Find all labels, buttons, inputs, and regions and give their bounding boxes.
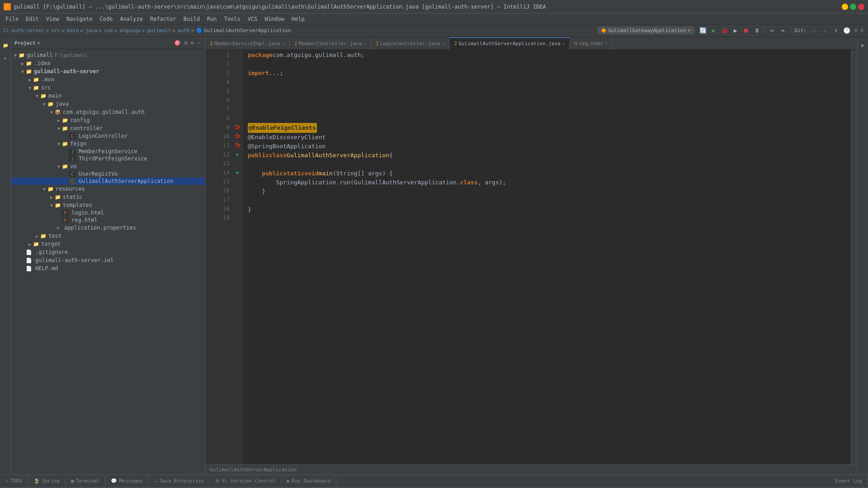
tree-item-loginhtml[interactable]: H login.html <box>11 209 205 216</box>
menu-item-navigate[interactable]: Navigate <box>63 15 96 23</box>
menu-item-help[interactable]: Help <box>288 15 308 23</box>
run-icon[interactable]: ▶ <box>236 150 239 159</box>
java-enterprise-tab[interactable]: ☕ Java Enterprise <box>149 476 210 486</box>
tree-item-package[interactable]: ▼ 📦 com.atguigu.gulimall.auth <box>11 108 205 116</box>
run-with-coverage[interactable]: ▶ <box>731 26 741 36</box>
tree-item-userregistvo[interactable]: C UserRegistVo <box>11 170 205 178</box>
tab-gulimallauthserverapplication[interactable]: J GulimallAuthServerApplication.java × <box>449 38 570 49</box>
tab-close-button[interactable]: × <box>442 41 444 46</box>
project-icon[interactable]: 📁 <box>1 41 10 50</box>
tree-item-gitignore[interactable]: 📄 .gitignore <box>11 248 205 256</box>
git-history[interactable]: 🕐 <box>842 26 852 36</box>
code-editor[interactable]: package com.atguigu.gulimall.auth; impor… <box>243 50 851 465</box>
git-push[interactable]: ⬆ <box>831 26 841 36</box>
tab-close-button[interactable]: × <box>562 41 565 46</box>
breadcrumb-item[interactable]: ll-auth-server <box>3 28 45 33</box>
breadcrumb-item[interactable]: com <box>104 28 113 33</box>
tree-item-gulimallauthserverapplication[interactable]: C GulimallAuthServerApplication <box>11 178 205 185</box>
undo-button[interactable]: ↩ <box>767 26 777 36</box>
menu-item-run[interactable]: Run <box>203 15 221 23</box>
menu-item-build[interactable]: Build <box>180 15 203 23</box>
git-commit[interactable]: ✓ <box>820 26 830 36</box>
tree-item-mvn[interactable]: ▶ 📁 .mvn <box>11 75 205 84</box>
expand-button[interactable]: ⊕ <box>190 39 195 47</box>
menu-item-analyze[interactable]: Analyze <box>116 15 146 23</box>
tree-item-config[interactable]: ▶ 📁 config <box>11 116 205 124</box>
sidebar-dropdown[interactable]: ▼ <box>37 41 40 46</box>
tab-logincontroller[interactable]: J LoginController.java × <box>371 38 450 49</box>
close-button[interactable] <box>858 4 864 10</box>
tree-item-label: gulimall <box>27 52 53 58</box>
tab-membercontroller[interactable]: J MemberController.java × <box>290 38 371 49</box>
tree-item-helpmd[interactable]: 📄 HELP.md <box>11 264 205 272</box>
run-button[interactable]: ▶ <box>709 26 719 36</box>
tree-item-target[interactable]: ▶ 📁 target <box>11 240 205 248</box>
menu-item-code[interactable]: Code <box>96 15 117 23</box>
breadcrumb-item[interactable]: gulimall <box>147 28 171 33</box>
menu-item-file[interactable]: File <box>2 15 22 23</box>
maximize-button[interactable] <box>850 4 856 10</box>
tree-item-resources[interactable]: ▼ 📁 resources <box>11 185 205 193</box>
spring-tab[interactable]: 🍃 Spring <box>28 476 66 486</box>
terminal-tab[interactable]: ▣ Terminal <box>66 476 106 486</box>
pause-button[interactable]: ⏸ <box>752 26 762 36</box>
menu-item-vcs[interactable]: VCS <box>244 15 261 23</box>
todo-tab[interactable]: ✓ TODO <box>0 476 28 486</box>
locate-file-button[interactable]: 🎯 <box>173 39 182 47</box>
tree-item-auth-server[interactable]: ▼ 📁 gulimall-auth-server <box>11 67 205 75</box>
settings-button[interactable]: ⚙ <box>183 39 188 47</box>
breadcrumb-item[interactable]: src <box>51 28 60 33</box>
run-icon[interactable]: ▶ <box>232 168 243 177</box>
breadcrumb-item[interactable]: java <box>85 28 98 33</box>
tab-close-button[interactable]: × <box>363 41 366 46</box>
tree-item-iml[interactable]: 📄 gulimall-auth-server.iml <box>11 256 205 264</box>
run-bean-icons[interactable]: ▶ <box>232 150 243 159</box>
tree-item-logincontroller[interactable]: C LoginController <box>11 132 205 140</box>
menu-item-edit[interactable]: Edit <box>22 15 42 23</box>
right-side-icon[interactable]: ▶ <box>859 41 868 50</box>
stop-button[interactable]: ⏹ <box>741 26 751 36</box>
tree-item-thirdpartfeignservice[interactable]: I ThirdPartFeignService <box>11 155 205 162</box>
tree-item-label: reg.html <box>71 217 98 223</box>
menu-item-view[interactable]: View <box>42 15 63 23</box>
version-control-tab[interactable]: ⑨ 9: Version Control <box>210 476 281 486</box>
collapse-button[interactable]: − <box>196 39 201 47</box>
breadcrumb-item[interactable]: atguigu <box>120 28 141 33</box>
redo-button[interactable]: ↪ <box>778 26 788 36</box>
menu-item-tools[interactable]: Tools <box>221 15 244 23</box>
breadcrumb-item[interactable]: main <box>67 28 79 33</box>
tree-item-label: test <box>48 233 61 239</box>
tree-item-memberfeignservice[interactable]: I MemberFeignService <box>11 148 205 155</box>
minimize-button[interactable] <box>842 4 848 10</box>
menu-item-window[interactable]: Window <box>261 15 288 23</box>
favorites-icon[interactable]: ★ <box>1 53 10 62</box>
messages-tab[interactable]: 💬 Messages <box>105 476 149 486</box>
run-config-selector[interactable]: 🔶 GulimallGatewayApplication ▼ <box>597 27 694 34</box>
event-log-tab[interactable]: Event Log <box>830 476 868 486</box>
tree-item-controller[interactable]: ▼ 📁 controller <box>11 124 205 132</box>
tree-item-main[interactable]: ▼ 📁 main <box>11 92 205 100</box>
tree-item-templates[interactable]: ▼ 📁 templates <box>11 201 205 209</box>
vertical-scrollbar[interactable] <box>851 50 857 465</box>
tab-close-button[interactable]: × <box>282 41 285 46</box>
tree-item-gulimall[interactable]: ▼ 📁 gulimall F:\gulimall <box>11 51 205 59</box>
breadcrumb-item[interactable]: auth <box>178 28 190 33</box>
tree-item-feign[interactable]: ▼ 📁 feign <box>11 140 205 148</box>
tree-item-idea[interactable]: ▶ 📁 .idea <box>11 59 205 67</box>
menu-item-refactor[interactable]: Refactor <box>146 15 180 23</box>
tree-item-static[interactable]: ▶ 📁 static <box>11 193 205 201</box>
git-update[interactable]: ✓ <box>809 26 819 36</box>
tree-item-java[interactable]: ▼ 📁 java <box>11 100 205 108</box>
tree-item-test[interactable]: ▶ 📁 test <box>11 232 205 240</box>
debug-button[interactable]: 🐞 <box>720 26 730 36</box>
refresh-button[interactable]: 🔄 <box>698 26 708 36</box>
tree-item-vo[interactable]: ▼ 📁 vo <box>11 162 205 170</box>
window-controls[interactable] <box>842 4 864 10</box>
tree-item-src[interactable]: ▼ 📁 src <box>11 84 205 92</box>
run-dashboard-tab[interactable]: ▶ Run Dashboard <box>282 476 337 486</box>
tab-reghtml[interactable]: H reg.html × <box>570 38 613 49</box>
tab-close-button[interactable]: × <box>605 41 608 46</box>
tree-item-reghtml[interactable]: H reg.html <box>11 216 205 224</box>
tab-memberserviceimpl[interactable]: J MemberServiceImpl.java × <box>205 38 290 49</box>
tree-item-applicationproperties[interactable]: ⚙ application.properties <box>11 224 205 232</box>
